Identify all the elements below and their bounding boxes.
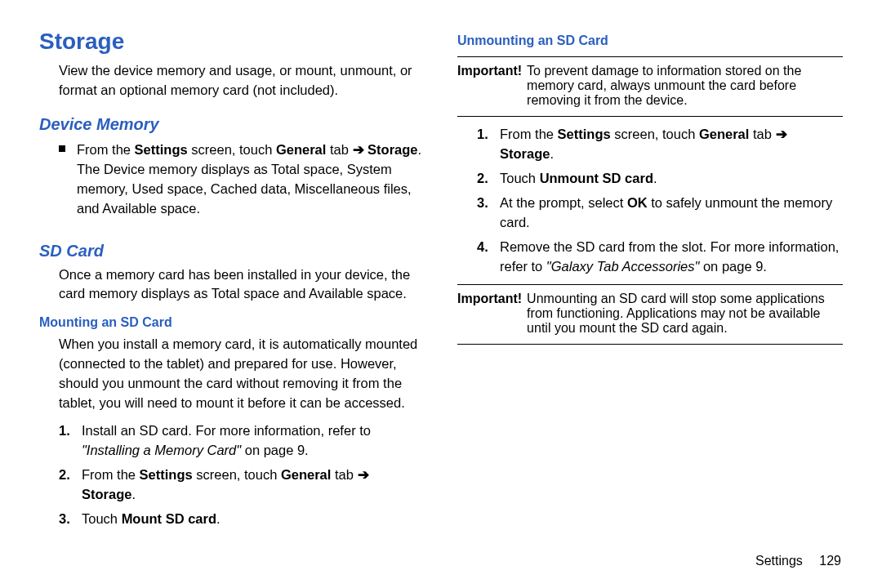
m2-general: General [281, 467, 331, 482]
u2-end: . [653, 171, 657, 185]
m1-b: on page 9. [241, 443, 309, 457]
m2-settings: Settings [140, 467, 193, 482]
important-label: Important! [457, 292, 522, 336]
important-2-text: Unmounting an SD card will stop some app… [527, 292, 843, 336]
u1-m2: tab [749, 127, 775, 141]
u4-b: on page 9. [699, 259, 767, 274]
dm-text-a: From the [77, 142, 135, 157]
u1-end: . [550, 146, 554, 161]
m2-a: From the [82, 467, 140, 482]
footer-section: Settings [755, 554, 803, 568]
m3-a: Touch [82, 511, 122, 526]
important-label: Important! [457, 64, 522, 108]
mounting-intro: When you install a memory card, it is au… [39, 335, 425, 413]
unmount-step-3: At the prompt, select OK to safely unmou… [477, 194, 843, 233]
m2-m1: screen, touch [193, 467, 281, 482]
storage-intro: View the device memory and usage, or mou… [39, 61, 425, 100]
u1-m1: screen, touch [611, 127, 699, 141]
m1-a: Install an SD card. For more information… [82, 423, 371, 438]
m3-mount: Mount SD card [122, 511, 216, 526]
unmount-step-4: Remove the SD card from the slot. For mo… [477, 238, 843, 277]
m1-ref: "Installing a Memory Card" [82, 443, 241, 457]
important-box-2: Important! Unmounting an SD card will st… [457, 284, 843, 345]
dm-text-b: screen, touch [188, 142, 276, 157]
u3-a: At the prompt, select [500, 195, 627, 210]
u3-ok: OK [627, 195, 648, 210]
unmounting-steps: From the Settings screen, touch General … [457, 125, 843, 276]
m3-end: . [216, 511, 220, 526]
u1-general: General [699, 127, 749, 141]
heading-storage: Storage [39, 29, 425, 55]
u2-a: Touch [500, 171, 540, 185]
u1-settings: Settings [558, 127, 611, 141]
heading-sd-card: SD Card [39, 242, 425, 261]
page-footer: Settings 129 [755, 554, 841, 568]
mounting-steps: Install an SD card. For more information… [39, 421, 425, 529]
mount-step-1: Install an SD card. For more information… [59, 421, 425, 461]
mount-step-3: Touch Mount SD card. [59, 510, 425, 529]
dm-text-c: tab [326, 142, 352, 157]
m2-storage: Storage [82, 487, 131, 501]
u1-a: From the [500, 127, 558, 141]
m2-m2: tab [331, 467, 357, 482]
footer-page-number: 129 [819, 554, 841, 568]
unmount-step-2: Touch Unmount SD card. [477, 169, 843, 189]
dm-settings: Settings [135, 142, 188, 157]
sd-card-intro: Once a memory card has been installed in… [39, 265, 425, 305]
unmount-step-1: From the Settings screen, touch General … [477, 125, 843, 164]
dm-storage: Storage [368, 142, 417, 157]
important-1-text: To prevent damage to information stored … [527, 64, 843, 108]
square-bullet-icon [59, 145, 65, 152]
u1-storage: Storage [500, 146, 550, 161]
heading-unmounting: Unmounting an SD Card [457, 33, 843, 48]
heading-device-memory: Device Memory [39, 115, 425, 134]
u2-unmount: Unmount SD card [540, 171, 653, 185]
m2-end: . [131, 487, 136, 501]
dm-general: General [276, 142, 326, 157]
arrow-icon: ➔ [353, 142, 364, 157]
arrow-icon: ➔ [358, 467, 369, 482]
right-column: Unmounting an SD Card Important! To prev… [457, 29, 843, 536]
left-column: Storage View the device memory and usage… [39, 29, 425, 536]
u4-ref: "Galaxy Tab Accessories" [546, 259, 700, 274]
heading-mounting: Mounting an SD Card [39, 315, 425, 330]
mount-step-2: From the Settings screen, touch General … [59, 466, 425, 505]
device-memory-bullet: From the Settings screen, touch General … [39, 139, 425, 227]
important-box-1: Important! To prevent damage to informat… [457, 56, 843, 117]
arrow-icon: ➔ [776, 127, 787, 141]
